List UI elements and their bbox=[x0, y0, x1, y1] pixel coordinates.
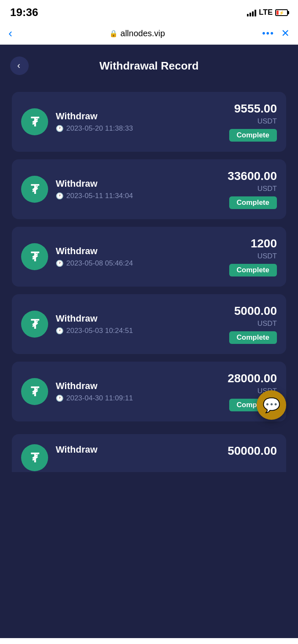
tx-label-3: Withdraw bbox=[56, 246, 222, 257]
tx-amount-5: 28000.00 bbox=[228, 372, 277, 385]
tx-amount-3: 1200 bbox=[251, 237, 277, 250]
transaction-card-2: Withdraw 🕐 2023-05-11 11:34:04 33600.00 … bbox=[12, 159, 286, 219]
clock-icon-4: 🕐 bbox=[56, 327, 64, 335]
status-bar: 19:36 LTE ⚡ bbox=[0, 0, 298, 22]
app-content: ‹ Withdrawal Record Withdraw 🕐 2023-05-2… bbox=[0, 45, 298, 638]
tx-label-4: Withdraw bbox=[56, 313, 222, 324]
tx-date-1: 🕐 2023-05-20 11:38:33 bbox=[56, 124, 222, 133]
tether-icon-1 bbox=[21, 108, 48, 135]
tx-amount-4: 5000.00 bbox=[234, 304, 277, 318]
tx-amount-partial: 50000.00 bbox=[228, 444, 277, 458]
tether-icon-partial bbox=[21, 444, 48, 471]
tx-currency-1: USDT bbox=[257, 117, 277, 126]
tx-status-2: Complete bbox=[229, 196, 277, 209]
back-arrow-icon: ‹ bbox=[17, 60, 20, 71]
chat-fab-icon: 💬 bbox=[263, 397, 280, 413]
tx-status-3: Complete bbox=[229, 264, 277, 276]
tx-amount-col-partial: 50000.00 bbox=[228, 444, 277, 458]
tx-info-2: Withdraw 🕐 2023-05-11 11:34:04 bbox=[56, 178, 220, 200]
tether-symbol-2 bbox=[31, 182, 39, 197]
tx-amount-col-4: 5000.00 USDT Complete bbox=[229, 304, 277, 344]
tx-currency-2: USDT bbox=[257, 185, 277, 193]
tether-icon-4 bbox=[21, 311, 48, 338]
tx-label-5: Withdraw bbox=[56, 381, 220, 392]
tether-symbol-3 bbox=[31, 250, 39, 264]
clock-icon-3: 🕐 bbox=[56, 260, 64, 267]
tether-symbol-1 bbox=[31, 115, 39, 129]
battery-icon: ⚡ bbox=[275, 9, 288, 16]
tx-status-1: Complete bbox=[229, 129, 277, 142]
transaction-list: Withdraw 🕐 2023-05-20 11:38:33 9555.00 U… bbox=[0, 92, 298, 421]
transaction-card-3: Withdraw 🕐 2023-05-08 05:46:24 1200 USDT… bbox=[12, 227, 286, 287]
tx-info-3: Withdraw 🕐 2023-05-08 05:46:24 bbox=[56, 246, 222, 268]
browser-bar: ‹ 🔒 allnodes.vip ••• ✕ bbox=[0, 22, 298, 45]
tx-amount-col-3: 1200 USDT Complete bbox=[229, 237, 277, 276]
tx-date-3: 🕐 2023-05-08 05:46:24 bbox=[56, 259, 222, 268]
page-back-button[interactable]: ‹ bbox=[10, 56, 29, 75]
tether-icon-3 bbox=[21, 243, 48, 270]
signal-icon bbox=[247, 9, 256, 16]
browser-back-button[interactable]: ‹ bbox=[8, 27, 12, 40]
tether-icon-5 bbox=[21, 378, 48, 405]
status-icons: LTE ⚡ bbox=[247, 8, 288, 17]
page-title: Withdrawal Record bbox=[29, 59, 269, 72]
browser-menu-button[interactable]: ••• bbox=[262, 28, 274, 39]
browser-actions: ••• ✕ bbox=[262, 27, 290, 39]
clock-icon-5: 🕐 bbox=[56, 394, 64, 402]
tx-label-partial: Withdraw bbox=[56, 444, 220, 455]
tx-status-4: Complete bbox=[229, 331, 277, 344]
tx-label-1: Withdraw bbox=[56, 111, 222, 122]
lte-label: LTE bbox=[259, 8, 273, 17]
tx-info-5: Withdraw 🕐 2023-04-30 11:09:11 bbox=[56, 381, 220, 402]
tx-amount-1: 9555.00 bbox=[234, 102, 277, 115]
tx-date-5: 🕐 2023-04-30 11:09:11 bbox=[56, 394, 220, 402]
clock-icon-2: 🕐 bbox=[56, 192, 64, 200]
transaction-card-5: Withdraw 🕐 2023-04-30 11:09:11 28000.00 … bbox=[12, 362, 286, 421]
tether-icon-2 bbox=[21, 176, 48, 203]
transaction-card-partial: Withdraw 50000.00 bbox=[12, 434, 286, 472]
transaction-card-1: Withdraw 🕐 2023-05-20 11:38:33 9555.00 U… bbox=[12, 92, 286, 152]
tether-symbol-4 bbox=[31, 317, 39, 332]
tx-amount-2: 33600.00 bbox=[228, 169, 277, 183]
tx-currency-3: USDT bbox=[257, 252, 277, 260]
page-header: ‹ Withdrawal Record bbox=[0, 45, 298, 92]
browser-close-button[interactable]: ✕ bbox=[281, 27, 290, 39]
tx-amount-col-2: 33600.00 USDT Complete bbox=[228, 169, 277, 209]
tx-date-2: 🕐 2023-05-11 11:34:04 bbox=[56, 192, 220, 200]
browser-url-container: 🔒 allnodes.vip bbox=[19, 29, 255, 38]
tx-info-4: Withdraw 🕐 2023-05-03 10:24:51 bbox=[56, 313, 222, 335]
tx-date-4: 🕐 2023-05-03 10:24:51 bbox=[56, 327, 222, 335]
lock-icon: 🔒 bbox=[109, 30, 118, 38]
tx-currency-4: USDT bbox=[257, 319, 277, 328]
tx-amount-col-1: 9555.00 USDT Complete bbox=[229, 102, 277, 142]
clock-icon-1: 🕐 bbox=[56, 125, 64, 132]
browser-url: allnodes.vip bbox=[120, 29, 165, 38]
tether-symbol-partial bbox=[31, 451, 39, 465]
tx-info-partial: Withdraw bbox=[56, 444, 220, 458]
transaction-card-4: Withdraw 🕐 2023-05-03 10:24:51 5000.00 U… bbox=[12, 294, 286, 354]
status-time: 19:36 bbox=[10, 6, 38, 19]
chat-fab-button[interactable]: 💬 bbox=[257, 390, 286, 420]
tx-info-1: Withdraw 🕐 2023-05-20 11:38:33 bbox=[56, 111, 222, 133]
tx-label-2: Withdraw bbox=[56, 178, 220, 189]
tether-symbol-5 bbox=[31, 384, 39, 399]
